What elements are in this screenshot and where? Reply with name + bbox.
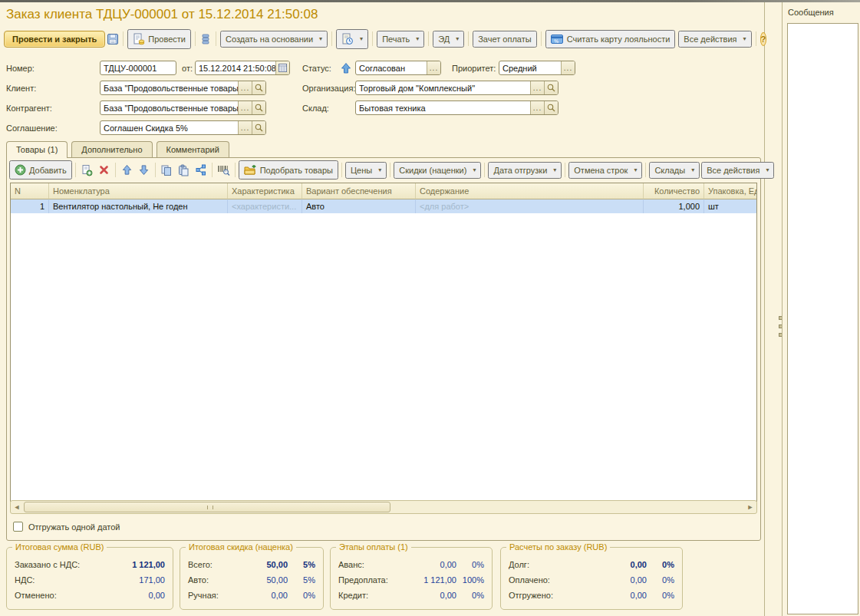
create-based-on-button[interactable]: Создать на основании — [220, 31, 328, 48]
row-value: 0,00 — [231, 591, 288, 600]
agreement-select-button[interactable]: ... — [238, 121, 252, 134]
row-label: Заказано с НДС: — [15, 560, 96, 569]
post-button[interactable]: Провести — [127, 29, 191, 49]
delete-icon — [99, 165, 109, 175]
pick-items-button[interactable]: Подобрать товары — [239, 160, 338, 180]
ship-single-date-label: Отгружать одной датой — [28, 522, 120, 532]
cell-characteristic[interactable]: <характеристи... — [228, 199, 302, 213]
status-change-button[interactable] — [338, 60, 354, 76]
column-header-provision[interactable]: Вариант обеспечения — [302, 183, 416, 199]
ship-single-date-checkbox[interactable] — [13, 522, 23, 532]
all-actions-button[interactable]: Все действия — [678, 31, 751, 48]
tab-additional[interactable]: Дополнительно — [71, 141, 152, 157]
calendar-button[interactable] — [275, 61, 289, 74]
counterparty-input[interactable]: База "Продовольственные товары" ... — [100, 100, 266, 115]
delete-row-button[interactable] — [96, 163, 112, 178]
messages-title: Сообщения — [788, 8, 834, 17]
column-header-nomenclature[interactable]: Номенклатура — [49, 183, 228, 199]
row-label: Всего: — [188, 560, 231, 569]
column-header-content[interactable]: Содержание — [416, 183, 644, 199]
row-label: Долг: — [509, 560, 590, 569]
total-row: Отгружено: 0,00 0% — [509, 588, 674, 603]
post-and-close-button[interactable]: Провести и закрыть — [4, 31, 105, 48]
row-value: 0,00 — [400, 560, 456, 569]
cell-n[interactable]: 1 — [11, 199, 49, 213]
ship-single-date-option[interactable]: Отгружать одной датой — [13, 522, 120, 532]
warehouses-button[interactable]: Склады — [649, 162, 700, 179]
scrollbar-thumb[interactable] — [24, 502, 390, 512]
messages-list[interactable] — [787, 23, 858, 614]
organization-input[interactable]: Торговый дом "Комплексный" ... — [355, 81, 559, 95]
shipment-date-button[interactable]: Дата отгрузки — [488, 162, 562, 179]
print-button[interactable]: Печать — [377, 31, 424, 48]
cell-content[interactable]: <для работ> — [416, 199, 644, 213]
linked-rows-button[interactable] — [193, 163, 209, 178]
add-row-button[interactable]: Добавить — [9, 160, 72, 180]
help-button[interactable]: ? — [760, 32, 767, 46]
table-row[interactable]: 1 Вентилятор настольный, Не годен <харак… — [11, 199, 756, 213]
row-percent: 0% — [647, 560, 674, 569]
organization-select-button[interactable]: ... — [530, 81, 544, 94]
move-down-button[interactable] — [136, 163, 152, 178]
magnifier-icon[interactable] — [252, 101, 265, 114]
cell-quantity[interactable]: 1,000 — [644, 199, 704, 213]
cell-provision[interactable]: Авто — [302, 199, 416, 213]
cancel-rows-button[interactable]: Отмена строк — [568, 162, 642, 179]
counterparty-value: База "Продовольственные товары" — [100, 101, 238, 114]
counterparty-select-button[interactable]: ... — [238, 101, 252, 114]
total-row: Кредит: 0,00 0% — [338, 588, 484, 603]
total-row: Заказано с НДС: 1 121,00 — [15, 557, 165, 572]
toolbar-separator — [484, 163, 485, 177]
priority-input[interactable]: Средний ... — [499, 61, 575, 75]
column-header-quantity[interactable]: Количество — [644, 183, 704, 199]
date-input[interactable]: 15.12.2014 21:50:08 — [195, 61, 290, 75]
toolbar-separator — [235, 163, 236, 177]
payment-stages-panel: Этапы оплаты (1) Аванс: 0,00 0% Предопла… — [330, 547, 493, 610]
cell-nomenclature[interactable]: Вентилятор настольный, Не годен — [49, 199, 228, 213]
prices-button[interactable]: Цены — [345, 162, 387, 179]
magnifier-icon[interactable] — [544, 81, 558, 94]
order-settlements-panel: Расчеты по заказу (RUB) Долг: 0,00 0% Оп… — [500, 547, 683, 610]
column-header-packaging[interactable]: Упаковка, Ед. — [704, 183, 756, 199]
warehouse-input[interactable]: Бытовая техника ... — [355, 100, 559, 115]
structure-button[interactable] — [199, 31, 212, 47]
cell-packaging[interactable]: шт — [704, 199, 756, 213]
scroll-right-button[interactable]: ► — [744, 501, 756, 513]
agreement-value: Соглашен Скидка 5% — [100, 121, 238, 134]
magnifier-icon[interactable] — [252, 121, 265, 134]
tab-goods[interactable]: Товары (1) — [6, 141, 68, 158]
magnifier-icon[interactable] — [544, 101, 558, 114]
barcode-scan-button[interactable] — [216, 163, 232, 178]
total-sum-title: Итоговая сумма (RUB) — [12, 542, 107, 552]
move-up-button[interactable] — [119, 163, 135, 178]
priority-select-button[interactable]: ... — [561, 61, 575, 74]
client-select-button[interactable]: ... — [238, 81, 252, 94]
scroll-left-button[interactable]: ◄ — [11, 501, 23, 513]
number-input[interactable]: ТДЦУ-000001 — [100, 61, 176, 75]
create-document-button[interactable] — [336, 29, 368, 49]
total-row: Отменено: 0,00 — [15, 588, 165, 603]
column-header-characteristic[interactable]: Характеристика — [228, 183, 302, 199]
ed-button[interactable]: ЭД — [433, 31, 464, 48]
main-toolbar: Провести и закрыть Провести Создать на о… — [4, 28, 761, 49]
client-input[interactable]: База "Продовольственные товары" ... — [100, 81, 266, 95]
warehouse-select-button[interactable]: ... — [530, 101, 544, 114]
row-value: 0,00 — [96, 591, 165, 600]
horizontal-scrollbar[interactable]: ◄ ► — [10, 500, 757, 514]
read-loyalty-card-button[interactable]: % Считать карту лояльности — [545, 30, 676, 48]
discounts-button[interactable]: Скидки (наценки) — [394, 162, 481, 179]
row-percent: 100% — [456, 575, 484, 585]
tab-comment[interactable]: Комментарий — [157, 141, 229, 157]
payment-offset-button[interactable]: Зачет оплаты — [473, 31, 536, 48]
row-label: Ручная: — [188, 591, 231, 600]
save-button[interactable] — [107, 31, 119, 47]
copy-row-button[interactable] — [79, 163, 95, 178]
column-header-n[interactable]: N — [11, 183, 49, 199]
copy-button[interactable] — [159, 163, 175, 178]
status-select-button[interactable]: ... — [427, 61, 440, 74]
table-all-actions-button[interactable]: Все действия — [701, 162, 774, 179]
client-open-button[interactable] — [252, 81, 265, 94]
paste-button[interactable] — [176, 163, 192, 178]
agreement-input[interactable]: Соглашен Скидка 5% ... — [100, 120, 266, 135]
status-input[interactable]: Согласован ... — [355, 61, 441, 75]
